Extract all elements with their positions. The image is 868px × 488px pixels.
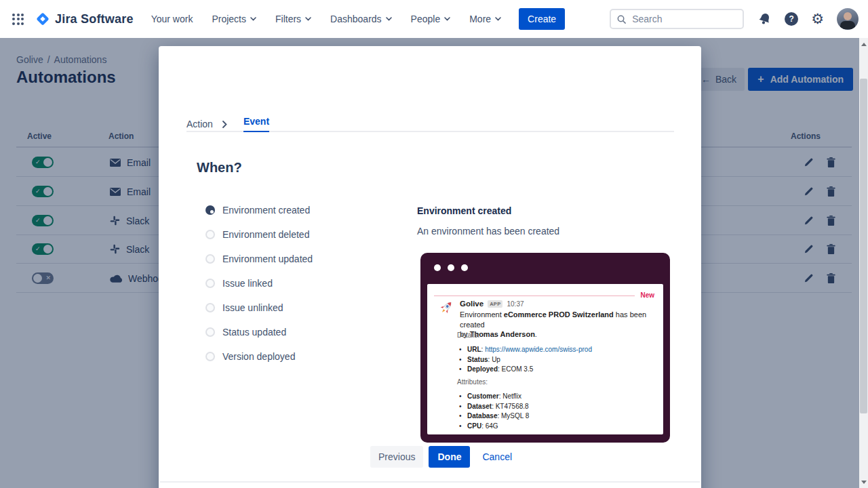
attributes-section-label: Attributes: bbox=[457, 378, 488, 386]
jira-app: Jira Software Your work Projects Filters… bbox=[0, 0, 868, 488]
list-item: CPU: 64G bbox=[459, 422, 529, 432]
previous-button[interactable]: Previous bbox=[370, 446, 423, 468]
modal-section-divider bbox=[160, 481, 700, 483]
primary-nav: Your work Projects Filters Dashboards Pe… bbox=[151, 14, 501, 24]
chevron-down-icon bbox=[305, 17, 311, 21]
jira-logo[interactable]: Jira Software bbox=[35, 11, 134, 27]
message-header: Golive APP 10:37 bbox=[460, 300, 524, 308]
sender-name: Golive bbox=[460, 300, 484, 308]
app-title: Jira Software bbox=[55, 12, 134, 26]
radio-icon[interactable] bbox=[205, 254, 215, 264]
done-button[interactable]: Done bbox=[429, 446, 470, 468]
search-box[interactable] bbox=[610, 9, 744, 29]
chevron-down-icon bbox=[386, 17, 392, 21]
radio-issue-unlinked[interactable]: Issue unlinked bbox=[205, 296, 313, 320]
window-control-dots bbox=[434, 264, 468, 271]
radio-environment-created[interactable]: Environment created bbox=[205, 198, 313, 222]
message-text: Environment eCommerce PROD Switzerland h… bbox=[460, 310, 665, 340]
settings-gear-icon[interactable]: ⚙ bbox=[811, 12, 824, 26]
radio-selected-icon[interactable] bbox=[205, 205, 215, 215]
new-messages-divider bbox=[434, 296, 635, 296]
event-title: Environment created bbox=[417, 205, 511, 216]
notifications-icon[interactable] bbox=[757, 12, 772, 26]
radio-status-updated[interactable]: Status updated bbox=[205, 320, 313, 344]
nav-your-work[interactable]: Your work bbox=[151, 14, 193, 24]
list-item: Dataset: KT47568.8 bbox=[459, 402, 529, 412]
search-icon bbox=[616, 14, 627, 24]
radio-icon[interactable] bbox=[205, 279, 215, 288]
event-description: An environment has been created bbox=[417, 226, 559, 237]
event-options-list: Environment created Environment deleted … bbox=[205, 198, 313, 369]
nav-dashboards[interactable]: Dashboards bbox=[330, 14, 392, 24]
step-action[interactable]: Action bbox=[186, 119, 213, 129]
new-label: New bbox=[640, 291, 654, 299]
nav-projects[interactable]: Projects bbox=[212, 14, 256, 24]
radio-icon[interactable] bbox=[205, 230, 215, 239]
nav-more[interactable]: More bbox=[469, 14, 501, 24]
cancel-button[interactable]: Cancel bbox=[475, 446, 519, 468]
help-icon[interactable]: ? bbox=[785, 12, 798, 26]
slack-message-panel: New bbox=[427, 284, 663, 434]
top-navigation-bar: Jira Software Your work Projects Filters… bbox=[0, 0, 868, 38]
chevron-down-icon bbox=[495, 17, 501, 21]
wizard-steps: Action Event bbox=[186, 116, 269, 132]
list-item: Customer: Netflix bbox=[459, 392, 529, 402]
modal-footer: Previous Done Cancel bbox=[370, 446, 519, 468]
chevron-down-icon bbox=[444, 17, 450, 21]
environment-url-link[interactable]: https://www.apwide.com/swiss-prod bbox=[485, 346, 592, 353]
rocket-icon bbox=[437, 299, 455, 317]
slack-notification-preview: New bbox=[420, 253, 670, 443]
attributes-list: Customer: Netflix Dataset: KT47568.8 Dat… bbox=[459, 392, 529, 431]
jira-diamond-icon bbox=[35, 11, 51, 27]
scrollbar-down-arrow[interactable] bbox=[861, 481, 867, 484]
radio-icon[interactable] bbox=[205, 352, 215, 361]
details-section-label: Details: bbox=[457, 331, 479, 339]
scrollbar-up-arrow[interactable] bbox=[861, 43, 867, 46]
list-item: URL: https://www.apwide.com/swiss-prod bbox=[459, 345, 592, 355]
nav-filters[interactable]: Filters bbox=[275, 14, 311, 24]
details-list: URL: https://www.apwide.com/swiss-prod S… bbox=[459, 345, 592, 375]
step-event[interactable]: Event bbox=[243, 116, 269, 132]
create-button[interactable]: Create bbox=[519, 8, 565, 30]
app-badge: APP bbox=[488, 300, 502, 308]
list-item: Deployed: ECOM 3.5 bbox=[459, 365, 592, 375]
radio-environment-deleted[interactable]: Environment deleted bbox=[205, 222, 313, 247]
radio-issue-linked[interactable]: Issue linked bbox=[205, 271, 313, 296]
modal-heading: When? bbox=[197, 160, 242, 176]
radio-icon[interactable] bbox=[205, 327, 215, 337]
radio-version-deployed[interactable]: Version deployed bbox=[205, 344, 313, 369]
nav-people[interactable]: People bbox=[411, 14, 451, 24]
list-item: Database: MySQL 8 bbox=[459, 411, 529, 422]
scrollbar-thumb[interactable] bbox=[860, 79, 867, 413]
timestamp: 10:37 bbox=[507, 300, 524, 308]
app-switcher-icon[interactable] bbox=[12, 14, 24, 25]
chevron-right-icon bbox=[222, 121, 227, 128]
chevron-down-icon bbox=[250, 17, 256, 21]
user-avatar[interactable] bbox=[837, 8, 859, 30]
add-automation-modal: Action Event When? Environment created E… bbox=[159, 46, 701, 488]
radio-icon[interactable] bbox=[205, 303, 215, 312]
vertical-scrollbar[interactable] bbox=[859, 38, 868, 488]
list-item: Status: Up bbox=[459, 355, 592, 365]
search-input[interactable] bbox=[632, 14, 727, 24]
radio-environment-updated[interactable]: Environment updated bbox=[205, 247, 313, 271]
